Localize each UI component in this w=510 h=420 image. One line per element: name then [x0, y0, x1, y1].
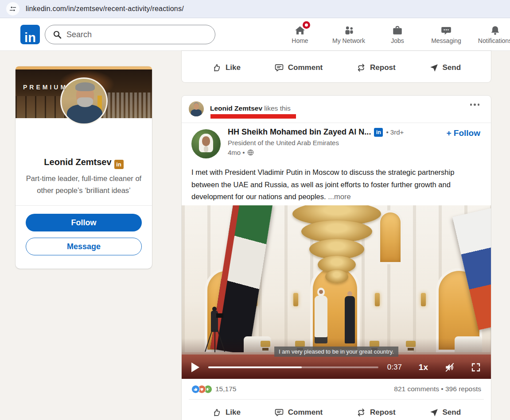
nav-messaging-label: Messaging	[431, 37, 461, 44]
like-reaction-icon	[191, 385, 200, 393]
send-label: Send	[443, 408, 461, 417]
nav-home[interactable]: Home	[276, 21, 324, 44]
repost-button[interactable]: Repost	[351, 404, 401, 420]
reaction-icons[interactable]	[191, 385, 212, 393]
card-divider	[16, 205, 152, 206]
author-name[interactable]: HH Sheikh Mohamed bin Zayed Al N...	[228, 127, 371, 137]
address-url[interactable]: linkedin.com/in/zemtsev/recent-activity/…	[26, 5, 184, 13]
search-input[interactable]	[66, 30, 195, 39]
see-more-button[interactable]: ...more	[328, 193, 350, 200]
video-timestamp: 0:37	[387, 363, 402, 372]
video-controls: 0:37 1x	[182, 356, 491, 379]
linkedin-logo[interactable]: in	[20, 25, 40, 44]
premium-gold-strip	[16, 66, 152, 69]
send-label: Send	[443, 63, 461, 72]
browser-url-bar: linkedin.com/in/zemtsev/recent-activity/…	[0, 0, 510, 18]
nav-my-network[interactable]: My Network	[324, 21, 373, 44]
author-follow-button[interactable]: + Follow	[446, 128, 480, 138]
repost-label: Repost	[370, 408, 396, 417]
scene-chandelier	[292, 205, 381, 290]
video-progress-fill	[208, 366, 302, 369]
scene-gold-window-right	[380, 212, 401, 262]
linkedin-header: in Home	[0, 18, 510, 51]
profile-card: PREMIUM Leonid Zemtsevin Part-time leade…	[16, 66, 152, 269]
video-caption: I am very pleased to be in your great co…	[274, 347, 398, 357]
feed-column: Like Comment Repost	[182, 51, 491, 82]
nav-home-label: Home	[292, 37, 308, 44]
profile-name[interactable]: Leonid Zemtsev	[44, 157, 111, 167]
post-time-row: 4mo •	[228, 149, 254, 156]
reactor-avatar[interactable]	[189, 101, 204, 116]
globe-icon	[247, 149, 254, 156]
profile-name-row: Leonid Zemtsevin	[16, 157, 152, 169]
nav-jobs[interactable]: Jobs	[373, 21, 422, 44]
nav-my-network-label: My Network	[332, 37, 365, 44]
network-icon	[343, 25, 355, 36]
page-background: PREMIUM Leonid Zemtsevin Part-time leade…	[0, 51, 510, 420]
repost-label: Repost	[370, 63, 396, 72]
red-annotation-underline	[210, 114, 296, 119]
fullscreen-button[interactable]	[471, 362, 481, 373]
premium-in-badge-icon: in	[114, 160, 124, 169]
post-body-text: I met with President Vladimir Putin in M…	[191, 166, 476, 203]
post-author-row: HH Sheikh Mohamed bin Zayed Al N... in •…	[182, 123, 491, 166]
reactor-name[interactable]: Leonid Zemtsev	[210, 104, 262, 112]
nav-notifications[interactable]: Notifications	[471, 21, 510, 44]
mute-button[interactable]	[444, 362, 455, 373]
messaging-icon	[440, 25, 452, 36]
comment-button[interactable]: Comment	[269, 59, 328, 76]
reaction-text: Leonid Zemtsev likes this	[210, 104, 291, 112]
post-actionbar: Like Comment Repost	[182, 400, 491, 420]
social-counts-row: 15,175 821 comments • 396 reposts	[182, 379, 491, 399]
like-icon	[212, 408, 222, 417]
like-label: Like	[226, 63, 241, 72]
comments-reposts-count[interactable]: 821 comments • 396 reposts	[394, 385, 481, 393]
home-notification-badge	[303, 21, 310, 29]
author-degree: • 3rd+	[386, 128, 404, 136]
scene-sconce	[293, 293, 298, 306]
send-button[interactable]: Send	[424, 405, 467, 420]
like-label: Like	[226, 408, 241, 417]
repost-button[interactable]: Repost	[351, 59, 401, 76]
reaction-header: Leonid Zemtsev likes this	[182, 96, 491, 123]
post-card: Leonid Zemtsev likes this HH Sheikh Moha…	[182, 96, 491, 420]
play-button[interactable]	[191, 362, 199, 372]
search-bar[interactable]	[45, 25, 215, 44]
post-actionbar: Like Comment Repost	[182, 55, 491, 81]
send-button[interactable]: Send	[424, 60, 467, 76]
bell-icon	[490, 25, 501, 36]
scene-sconce	[421, 293, 426, 306]
fullscreen-icon	[471, 362, 481, 373]
search-icon	[53, 30, 62, 39]
premium-label: PREMIUM	[23, 84, 68, 91]
like-button[interactable]: Like	[206, 404, 246, 420]
repost-icon	[356, 408, 366, 417]
repost-icon	[356, 63, 366, 73]
send-icon	[429, 408, 439, 417]
comment-label: Comment	[288, 63, 323, 72]
comment-icon	[274, 63, 284, 73]
post-card-partial: Like Comment Repost	[182, 51, 491, 82]
author-headline: President of the United Arab Emirates	[228, 139, 339, 146]
reactions-count[interactable]: 15,175	[215, 385, 236, 393]
post-menu-button[interactable]	[467, 101, 483, 108]
site-settings-chip[interactable]	[6, 2, 19, 15]
linkedin-verified-badge-icon: in	[374, 128, 383, 137]
video-progress-bar[interactable]	[208, 366, 378, 369]
video-player[interactable]: I am very pleased to be in your great co…	[182, 205, 491, 379]
send-icon	[429, 63, 439, 73]
like-button[interactable]: Like	[206, 59, 246, 76]
reaction-action: likes this	[264, 104, 290, 112]
playback-rate-button[interactable]: 1x	[419, 362, 428, 372]
message-button[interactable]: Message	[26, 238, 142, 255]
nav-jobs-label: Jobs	[391, 37, 404, 44]
top-nav: Home My Network Jobs	[276, 21, 510, 44]
comment-button[interactable]: Comment	[269, 404, 328, 420]
muted-speaker-icon	[444, 362, 455, 373]
author-avatar[interactable]	[191, 129, 221, 158]
follow-button[interactable]: Follow	[26, 214, 142, 231]
nav-messaging[interactable]: Messaging	[422, 21, 471, 44]
post-text: I met with President Vladimir Putin in M…	[191, 168, 454, 200]
comment-icon	[274, 408, 284, 417]
scene-sconce	[375, 293, 380, 306]
